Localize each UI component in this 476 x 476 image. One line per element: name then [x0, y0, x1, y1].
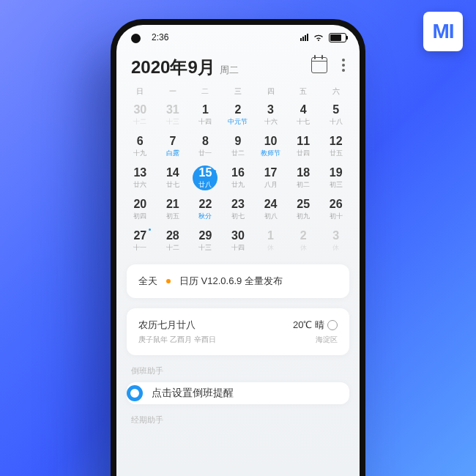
day-cell[interactable]: 9廿二: [222, 131, 255, 163]
day-cell[interactable]: 10教师节: [254, 131, 287, 163]
weekday-label: 三: [222, 86, 255, 97]
event-dot-icon: [166, 279, 171, 283]
day-cell[interactable]: 1休: [254, 226, 287, 257]
day-cell[interactable]: 17八月: [254, 163, 287, 194]
day-cell[interactable]: 30十四: [222, 226, 255, 257]
shift-text: 点击设置倒班提醒: [152, 387, 234, 400]
status-bar: 2:36: [116, 25, 360, 47]
day-cell[interactable]: 28十二: [157, 226, 190, 257]
day-cell[interactable]: 29十三: [189, 226, 222, 257]
shift-card[interactable]: 点击设置倒班提醒: [127, 382, 349, 404]
shift-section-header: 倒班助手: [127, 365, 349, 382]
weekday-label: 四: [254, 86, 287, 97]
footer-section-header: 经期助手: [127, 414, 349, 431]
weekday-label: 一: [157, 86, 190, 97]
event-card[interactable]: 全天 日历 V12.0.6.9 全量发布: [127, 264, 349, 298]
camera-punch-hole: [131, 34, 141, 43]
status-time: 2:36: [152, 32, 168, 42]
ring-icon: [127, 385, 143, 401]
weekday-label: 六: [319, 86, 352, 97]
weather-location: 海淀区: [293, 335, 338, 345]
weather-card[interactable]: 农历七月廿八 庚子鼠年 乙酉月 辛酉日 20℃ 晴 海淀区: [127, 308, 349, 355]
day-cell[interactable]: 18初二: [287, 163, 320, 194]
day-cell[interactable]: 20初四: [124, 194, 157, 226]
cards-area: 全天 日历 V12.0.6.9 全量发布 农历七月廿八 庚子鼠年 乙酉月 辛酉日…: [116, 257, 360, 476]
month-title[interactable]: 2020年9月: [131, 56, 215, 79]
day-cell[interactable]: 3休: [319, 226, 352, 257]
day-cell[interactable]: 31十三: [157, 100, 190, 131]
day-cell[interactable]: 23初七: [222, 194, 255, 226]
day-cell[interactable]: 12廿五: [319, 131, 352, 163]
day-cell[interactable]: 2中元节: [222, 100, 255, 131]
day-cell[interactable]: 7白露: [157, 131, 190, 163]
battery-icon: [329, 33, 346, 42]
calendar-grid: 30十二31十三1十四2中元节3十六4十七5十八6十九7白露8廿一9廿二10教师…: [116, 100, 360, 257]
day-cell[interactable]: 1十四: [189, 100, 222, 131]
day-cell[interactable]: 13廿六: [124, 163, 157, 194]
day-cell[interactable]: 2休: [287, 226, 320, 257]
day-cell[interactable]: 16廿九: [222, 163, 255, 194]
weather-temp: 20℃ 晴: [293, 319, 324, 332]
month-header: 2020年9月 周二: [116, 47, 360, 86]
more-icon[interactable]: [342, 59, 345, 72]
event-time: 全天: [138, 275, 157, 288]
sun-icon: [327, 320, 338, 330]
phone-frame: 2:36 2020年9月 周二 日一二三四五六 30十二31十三1十四2中元节3…: [111, 19, 365, 476]
weekday-label: 五: [287, 86, 320, 97]
day-cell[interactable]: 5十八: [319, 100, 352, 131]
weekday-sub: 周二: [220, 64, 239, 77]
today-icon[interactable]: [311, 57, 327, 73]
weekday-row: 日一二三四五六: [116, 86, 360, 100]
weekday-label: 二: [189, 86, 222, 97]
day-cell[interactable]: 25初九: [287, 194, 320, 226]
day-cell[interactable]: 19初三: [319, 163, 352, 194]
ganzhi-text: 庚子鼠年 乙酉月 辛酉日: [138, 335, 216, 345]
day-cell[interactable]: 22秋分: [189, 194, 222, 226]
day-cell[interactable]: 6十九: [124, 131, 157, 163]
day-cell[interactable]: 8廿一: [189, 131, 222, 163]
day-cell[interactable]: 14廿七: [157, 163, 190, 194]
day-cell[interactable]: 4十七: [287, 100, 320, 131]
wifi-icon: [313, 33, 324, 42]
day-cell[interactable]: 24初八: [254, 194, 287, 226]
screen: 2:36 2020年9月 周二 日一二三四五六 30十二31十三1十四2中元节3…: [116, 25, 360, 476]
day-cell[interactable]: 21初五: [157, 194, 190, 226]
day-cell[interactable]: 27十一: [124, 226, 157, 257]
day-cell[interactable]: 15廿八: [189, 163, 222, 194]
day-cell[interactable]: 26初十: [319, 194, 352, 226]
signal-icon: [300, 34, 308, 41]
day-cell[interactable]: 3十六: [254, 100, 287, 131]
day-cell[interactable]: 30十二: [124, 100, 157, 131]
day-cell[interactable]: 11廿四: [287, 131, 320, 163]
weekday-label: 日: [124, 86, 157, 97]
event-text: 日历 V12.0.6.9 全量发布: [179, 275, 283, 288]
lunar-date: 农历七月廿八: [138, 319, 216, 332]
mi-logo: MI: [423, 12, 463, 51]
